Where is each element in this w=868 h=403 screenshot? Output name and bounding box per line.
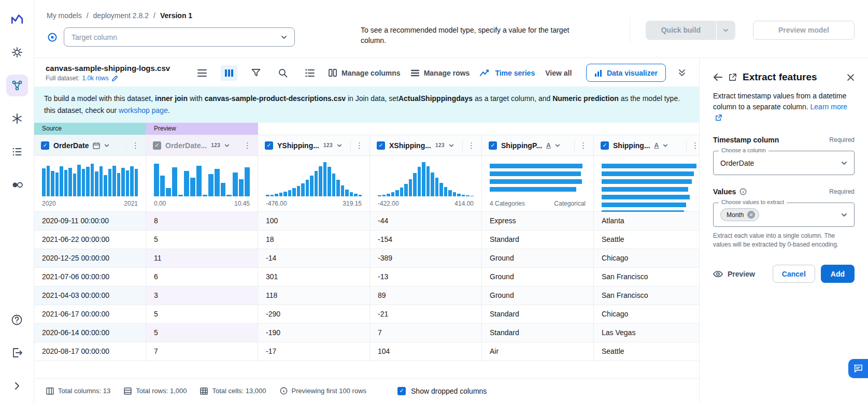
table-cell: 18 — [258, 231, 370, 249]
kebab-menu-icon[interactable]: ⋮ — [126, 139, 141, 152]
info-icon[interactable] — [739, 188, 747, 195]
preview-toggle[interactable]: Preview — [713, 270, 755, 278]
column-histogram[interactable]: 4 CategoriesCategorical — [482, 156, 594, 212]
back-arrow-icon[interactable] — [713, 73, 722, 81]
column-histogram[interactable]: -422.00414.00 — [370, 156, 482, 212]
table-cell: 11 — [146, 249, 258, 268]
show-dropped-columns-toggle[interactable]: ✓ Show dropped columns — [397, 387, 487, 395]
learn-more-link[interactable]: Learn more — [810, 103, 848, 111]
bar-chart-icon — [594, 69, 602, 77]
manage-rows-button[interactable]: Manage rows — [411, 69, 470, 77]
double-chevron-down-icon[interactable] — [678, 69, 686, 77]
column-header-orderdate-preview[interactable]: ✓ OrderDate... 123 ⋮ — [146, 135, 258, 156]
kebab-menu-icon[interactable]: ⋮ — [238, 139, 253, 152]
help-icon[interactable] — [6, 309, 28, 330]
hist-max-label: 414.00 — [454, 200, 474, 207]
chevron-down-icon[interactable] — [663, 143, 668, 148]
chevron-down-icon[interactable] — [449, 143, 454, 148]
chevron-down-icon[interactable] — [555, 143, 560, 148]
chevron-down-icon[interactable] — [104, 143, 109, 148]
column-histogram[interactable]: 20202021 — [34, 156, 146, 212]
gear-icon[interactable] — [6, 41, 28, 63]
cancel-button[interactable]: Cancel — [773, 265, 815, 283]
column-checkbox[interactable]: ✓ — [265, 141, 273, 150]
kebab-menu-icon[interactable]: ⋮ — [574, 139, 589, 152]
histogram-bar — [413, 173, 417, 196]
calendar-icon — [93, 142, 100, 149]
expand-sidebar-chevron-icon[interactable] — [6, 375, 28, 397]
table-cell: Air — [482, 342, 594, 361]
column-histogram[interactable]: 0.0010.45 — [146, 156, 258, 212]
selected-column-value: OrderDate — [720, 159, 754, 167]
view-all-button[interactable]: View all — [545, 69, 572, 77]
chevron-down-icon[interactable] — [224, 143, 230, 148]
column-header-xshipping[interactable]: ✓ XShipping... 123 ⋮ — [370, 135, 482, 156]
nav-list-icon[interactable] — [6, 141, 28, 163]
column-checkbox[interactable]: ✓ — [489, 141, 497, 150]
chat-widget-button[interactable] — [848, 359, 868, 378]
nav-models-icon[interactable] — [6, 75, 28, 96]
time-series-button[interactable]: Time series — [480, 69, 535, 77]
breadcrumb-my-models[interactable]: My models — [47, 11, 82, 20]
logout-icon[interactable] — [6, 342, 28, 364]
close-icon[interactable] — [847, 74, 855, 81]
column-histogram[interactable]: -476.00319.15 — [258, 156, 370, 212]
kebab-menu-icon[interactable]: ⋮ — [686, 139, 699, 152]
histogram-bar — [418, 167, 421, 196]
nav-data-icon[interactable] — [6, 174, 28, 196]
chevron-down-icon[interactable] — [337, 143, 342, 148]
column-histogram[interactable]: 8 CategoriesCategorical — [594, 156, 699, 212]
nav-automations-icon[interactable] — [6, 108, 28, 129]
left-nav-sidebar — [0, 0, 34, 403]
kebab-menu-icon[interactable]: ⋮ — [350, 139, 365, 152]
table-cell: San Francisco — [594, 286, 699, 305]
kebab-menu-icon[interactable]: ⋮ — [462, 139, 477, 152]
column-header-shippingorigin[interactable]: ✓ Shipping... A ⋮ — [594, 135, 699, 156]
add-button[interactable]: Add — [821, 265, 855, 283]
preview-model-button[interactable]: Preview model — [753, 21, 855, 40]
time-series-icon — [480, 69, 490, 77]
list-view-icon[interactable] — [194, 65, 210, 81]
manage-columns-button[interactable]: Manage columns — [329, 69, 401, 77]
column-checkbox[interactable]: ✓ — [377, 141, 385, 150]
table-cell: -17 — [258, 342, 370, 361]
columns-grid-icon — [46, 387, 54, 395]
filter-icon[interactable] — [248, 65, 264, 81]
quick-build-dropdown-button[interactable] — [716, 21, 735, 40]
canvas-logo-icon[interactable] — [6, 8, 28, 30]
quick-build-button[interactable]: Quick build — [646, 21, 716, 40]
target-column-select[interactable]: Target column — [64, 27, 295, 47]
breadcrumb-deployment[interactable]: deployment 2.8.2 — [93, 11, 149, 20]
histogram-bar — [283, 192, 287, 196]
previewing-stat: Previewing first 100 rows — [280, 387, 367, 395]
column-checkbox[interactable]: ✓ — [601, 141, 609, 150]
search-icon[interactable] — [275, 65, 291, 81]
column-header-yshipping[interactable]: ✓ YShipping... 123 ⋮ — [258, 135, 370, 156]
values-multiselect[interactable]: Choose values to extract Month ✕ — [713, 203, 855, 227]
values-label: Values — [713, 188, 747, 196]
table-cell: -13 — [370, 268, 482, 286]
data-visualizer-button[interactable]: Data visualizer — [586, 64, 666, 82]
chip-remove-icon[interactable]: ✕ — [747, 211, 755, 219]
rows-count-link[interactable]: 1.0k rows — [82, 75, 108, 82]
external-link-icon[interactable] — [715, 114, 722, 121]
table-cell: 6 — [146, 268, 258, 286]
histogram-bar — [233, 172, 238, 196]
workshop-page-link[interactable]: workshop page — [119, 106, 168, 114]
column-header-orderdate[interactable]: ✓ OrderDate ⋮ — [34, 135, 146, 156]
histogram-bar — [490, 179, 582, 184]
table-cell: 2020-09-11 00:00:00 — [34, 212, 146, 231]
column-header-shippingpriority[interactable]: ✓ ShippingP... A ⋮ — [482, 135, 594, 156]
panel-title: Extract features — [743, 71, 817, 83]
histogram-bar — [426, 166, 430, 196]
topbar-actions: Quick build Preview model — [630, 18, 855, 42]
column-view-icon[interactable] — [221, 65, 237, 81]
pencil-icon[interactable] — [111, 75, 118, 82]
show-dropped-checkbox[interactable]: ✓ — [397, 387, 406, 395]
chip-label: Month — [727, 211, 744, 219]
column-checkbox[interactable]: ✓ — [41, 141, 49, 150]
column-checkbox[interactable]: ✓ — [153, 141, 161, 150]
text-type-label: A — [546, 142, 551, 149]
timestamp-column-select[interactable]: Choose a column OrderDate — [713, 151, 855, 175]
sort-list-icon[interactable] — [302, 65, 318, 81]
